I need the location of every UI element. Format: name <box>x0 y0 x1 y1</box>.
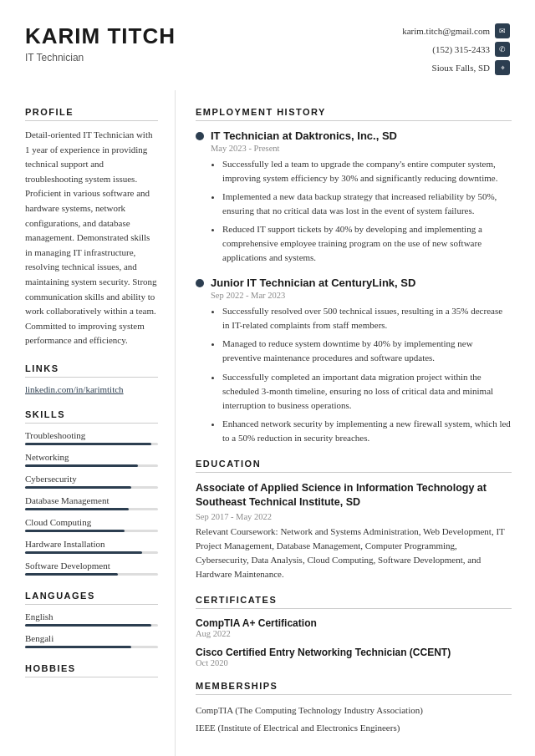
bullet-item: Enhanced network security by implementin… <box>222 417 512 445</box>
bullet-item: Successfully resolved over 500 technical… <box>222 304 512 332</box>
job-date: Sep 2022 - Mar 2023 <box>211 291 512 300</box>
certificates-section-title: CERTIFICATES <box>196 595 512 609</box>
skill-label: Troubleshooting <box>25 430 158 440</box>
phone-text: (152) 315-2433 <box>432 44 490 54</box>
left-column: PROFILE Detail-oriented IT Technician wi… <box>0 90 176 756</box>
resume-page: KARIM TITCH IT Technician karim.titch@gm… <box>0 0 535 756</box>
skills-section-title: SKILLS <box>25 409 158 424</box>
language-bar-bg <box>25 624 158 627</box>
location-contact: Sioux Falls, SD ⌖ <box>432 60 510 75</box>
employment-entry: IT Technician at Daktronics, Inc., SD Ma… <box>196 129 512 265</box>
skill-item: Software Development <box>25 561 158 576</box>
language-label: English <box>25 611 158 622</box>
skill-bar-fill <box>25 486 131 489</box>
skill-bar-fill <box>25 573 118 576</box>
right-column: EMPLOYMENT HISTORY IT Technician at Dakt… <box>176 90 535 756</box>
skill-label: Hardware Installation <box>25 539 158 549</box>
skill-bar-fill <box>25 443 151 445</box>
linkedin-link[interactable]: linkedin.com/in/karimtitch <box>25 384 158 394</box>
skill-bar-fill <box>25 530 125 532</box>
cert-date: Oct 2020 <box>196 658 512 667</box>
certificate-entry: Cisco Certified Entry Networking Technic… <box>196 647 512 667</box>
candidate-name: KARIM TITCH <box>25 23 176 49</box>
language-item: English <box>25 611 158 627</box>
language-bar-bg <box>25 646 158 648</box>
certificate-entry: CompTIA A+ Certification Aug 2022 <box>196 617 512 638</box>
phone-contact: (152) 315-2433 ✆ <box>432 42 510 57</box>
bullet-item: Reduced IT support tickets by 40% by dev… <box>222 222 512 265</box>
email-icon: ✉ <box>495 23 510 38</box>
skill-bar-bg <box>25 573 158 576</box>
edu-date: Sep 2017 - May 2022 <box>196 512 512 521</box>
job-title: IT Technician at Daktronics, Inc., SD <box>196 129 512 142</box>
job-dot <box>196 279 204 287</box>
skill-label: Cloud Computing <box>25 517 158 527</box>
skill-bar-bg <box>25 486 158 489</box>
language-bar-fill <box>25 624 151 627</box>
edu-coursework: Relevant Coursework: Network and Systems… <box>196 525 512 581</box>
job-bullets: Successfully resolved over 500 technical… <box>211 304 512 444</box>
edu-title: Associate of Applied Science in Informat… <box>196 481 512 510</box>
skill-item: Cloud Computing <box>25 517 158 532</box>
skill-item: Database Management <box>25 495 158 510</box>
certificates-list: CompTIA A+ Certification Aug 2022 Cisco … <box>196 617 512 667</box>
header-right: karim.titch@gmail.com ✉ (152) 315-2433 ✆… <box>402 23 510 75</box>
job-dot <box>196 132 204 140</box>
location-icon: ⌖ <box>495 60 510 75</box>
skill-label: Cybersecurity <box>25 474 158 484</box>
skill-bar-bg <box>25 464 158 467</box>
skills-list: Troubleshooting Networking Cybersecurity… <box>25 430 158 576</box>
skill-bar-bg <box>25 508 158 510</box>
hobbies-section-title: HOBBIES <box>25 663 158 677</box>
skill-item: Hardware Installation <box>25 539 158 554</box>
skill-label: Networking <box>25 452 158 462</box>
bullet-item: Successfully led a team to upgrade the c… <box>222 157 512 185</box>
cert-title: CompTIA A+ Certification <box>196 617 512 629</box>
language-item: Bengali <box>25 633 158 648</box>
header-left: KARIM TITCH IT Technician <box>25 23 176 63</box>
links-section-title: LINKS <box>25 363 158 378</box>
employment-entry: Junior IT Technician at CenturyLink, SD … <box>196 277 512 444</box>
skill-item: Networking <box>25 452 158 467</box>
location-text: Sioux Falls, SD <box>432 63 490 73</box>
language-bar-fill <box>25 646 131 648</box>
memberships-list: CompTIA (The Computing Technology Indust… <box>196 703 512 735</box>
cert-date: Aug 2022 <box>196 629 512 638</box>
skill-bar-bg <box>25 443 158 445</box>
education-list: Associate of Applied Science in Informat… <box>196 481 512 581</box>
bullet-item: Implemented a new data backup strategy t… <box>222 190 512 218</box>
skill-bar-bg <box>25 551 158 554</box>
skill-label: Software Development <box>25 561 158 571</box>
skill-label: Database Management <box>25 495 158 505</box>
bullet-item: Successfully completed an important data… <box>222 370 512 413</box>
membership-entry: IEEE (Institute of Electrical and Electr… <box>196 721 512 735</box>
employment-list: IT Technician at Daktronics, Inc., SD Ma… <box>196 129 512 445</box>
languages-list: English Bengali <box>25 611 158 648</box>
job-title: Junior IT Technician at CenturyLink, SD <box>196 277 512 289</box>
job-bullets: Successfully led a team to upgrade the c… <box>211 157 512 265</box>
skill-bar-fill <box>25 551 142 554</box>
education-section-title: EDUCATION <box>196 459 512 473</box>
profile-text: Detail-oriented IT Technician with 1 yea… <box>25 128 158 348</box>
phone-icon: ✆ <box>495 42 510 57</box>
main-content: PROFILE Detail-oriented IT Technician wi… <box>0 90 535 756</box>
language-label: Bengali <box>25 633 158 643</box>
email-text: karim.titch@gmail.com <box>402 26 490 36</box>
membership-entry: CompTIA (The Computing Technology Indust… <box>196 703 512 718</box>
header: KARIM TITCH IT Technician karim.titch@gm… <box>0 0 535 90</box>
skill-item: Troubleshooting <box>25 430 158 445</box>
skill-bar-bg <box>25 530 158 532</box>
bullet-item: Managed to reduce system downtime by 40%… <box>222 337 512 365</box>
skill-bar-fill <box>25 464 138 467</box>
skill-item: Cybersecurity <box>25 474 158 489</box>
languages-section-title: LANGUAGES <box>25 591 158 605</box>
job-date: May 2023 - Present <box>211 144 512 153</box>
education-entry: Associate of Applied Science in Informat… <box>196 481 512 581</box>
candidate-title: IT Technician <box>25 52 176 63</box>
cert-title: Cisco Certified Entry Networking Technic… <box>196 647 512 658</box>
skill-bar-fill <box>25 508 129 510</box>
memberships-section-title: MEMBERSHIPS <box>196 681 512 695</box>
employment-section-title: EMPLOYMENT HISTORY <box>196 107 512 121</box>
email-contact: karim.titch@gmail.com ✉ <box>402 23 510 38</box>
profile-section-title: PROFILE <box>25 107 158 121</box>
